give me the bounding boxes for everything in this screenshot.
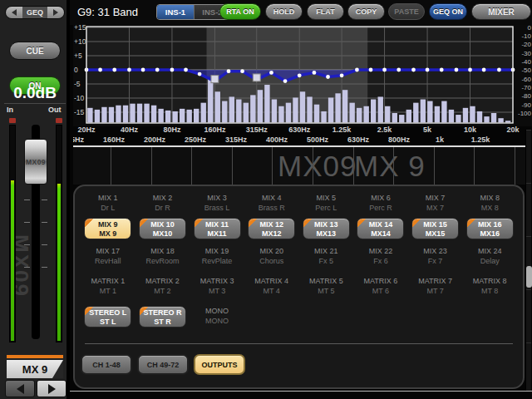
channel-select-stereo-r[interactable]: STEREO RST R (139, 306, 186, 328)
band-point[interactable] (326, 75, 330, 79)
channel-select-mix-13[interactable]: MIX 13MX13 (303, 218, 350, 239)
channel-name: Chorus (244, 256, 299, 266)
band-point[interactable] (397, 68, 401, 72)
vertical-scrollbar[interactable] (525, 130, 531, 391)
channel-id: MATRIX 3 (190, 276, 244, 286)
band-point[interactable] (269, 71, 273, 75)
band-point[interactable] (240, 69, 244, 73)
toolbar: G9: 31 Band INS-1 INS-2 RTA ON HOLD FLAT… (70, 0, 532, 25)
hold-button[interactable]: HOLD (265, 3, 303, 20)
band-point[interactable] (426, 68, 430, 72)
layer-tab-ch-49-72[interactable]: CH 49-72 (137, 354, 189, 375)
band-point[interactable] (298, 73, 302, 77)
band-point[interactable] (411, 68, 416, 72)
band-point[interactable] (141, 68, 145, 72)
geq-on-button[interactable]: GEQ ON (429, 3, 467, 20)
geq-next-arrow-button[interactable] (47, 7, 64, 18)
channel-name: MT 7 (408, 286, 463, 296)
band-point[interactable] (497, 68, 501, 72)
band-fader-area[interactable]: MX09 MX 9 (73, 147, 530, 185)
channel-select-mix-15[interactable]: MIX 15MX15 (411, 218, 459, 239)
channel-label: MX 9 (85, 229, 131, 239)
flat-button[interactable]: FLAT (307, 3, 344, 20)
layer-tab-ch-1-48[interactable]: CH 1-48 (81, 354, 132, 375)
channel-label: MX16 (467, 229, 513, 239)
channel-select-mix-11[interactable]: MIX 11MX11 (194, 218, 241, 239)
band-point[interactable] (482, 68, 486, 72)
fader-scale-ticks-right (42, 200, 47, 276)
freq-tick-label: 80Hz (163, 126, 180, 134)
band-point[interactable] (455, 68, 459, 72)
paste-button[interactable]: PASTE (388, 3, 425, 20)
band-zoom-tick-label: 315Hz (225, 135, 247, 144)
cue-button[interactable]: CUE (9, 42, 61, 60)
band-point[interactable] (127, 68, 131, 72)
freq-tick-label: 630Hz (288, 126, 310, 134)
channel-name: MT 1 (81, 286, 135, 296)
channel-name: Dr R (135, 203, 190, 213)
rta-bar (116, 106, 121, 123)
channel-name: Dr L (81, 203, 135, 213)
geq-prev-arrow-button[interactable] (6, 7, 22, 18)
channel-select-mix-9[interactable]: MIX 9MX 9 (84, 218, 131, 239)
band-handle[interactable] (253, 74, 260, 81)
rta-bar (158, 109, 163, 123)
channel-label: ST L (85, 318, 131, 327)
rta-bar (385, 106, 390, 123)
rta-bar (144, 104, 149, 123)
geq-nav: GEQ (5, 6, 65, 19)
rta-bar (441, 101, 446, 123)
channel-select-mix-14[interactable]: MIX 14MX14 (357, 218, 404, 239)
band-point[interactable] (283, 79, 288, 83)
band-point[interactable] (98, 68, 102, 72)
channel-select-mix-10[interactable]: MIX 10MX10 (139, 218, 186, 239)
channel-name: MX 8 (462, 203, 517, 213)
band-point[interactable] (468, 68, 472, 72)
input-meter-fill (11, 180, 14, 341)
band-point[interactable] (170, 68, 175, 72)
channel-name: RevRoom (135, 256, 190, 266)
band-point[interactable] (313, 71, 317, 75)
channel-select-stereo-l[interactable]: STEREO LST L (84, 306, 131, 328)
band-point[interactable] (382, 68, 387, 72)
band-point[interactable] (440, 68, 444, 72)
rta-bar (222, 101, 227, 123)
copy-button[interactable]: COPY (347, 3, 385, 20)
scrollbar-thumb[interactable] (526, 266, 532, 288)
rta-bar (208, 79, 213, 123)
band-point[interactable] (198, 72, 202, 76)
panel-divider (85, 343, 513, 344)
freq-tick-label: 20Hz (77, 126, 95, 134)
band-point[interactable] (355, 68, 359, 72)
band-point[interactable] (340, 73, 344, 77)
channel-id: STEREO L (85, 308, 131, 318)
rta-bar (371, 100, 376, 123)
tab-ins-1[interactable]: INS-1 (157, 5, 194, 19)
band-point[interactable] (112, 68, 116, 72)
layer-tab-outputs[interactable]: OUTPUTS (194, 354, 245, 375)
rta-bar (484, 116, 489, 122)
rta-bar (399, 115, 404, 122)
band-handle[interactable] (211, 76, 219, 83)
channel-select-mix-16[interactable]: MIX 16MX16 (466, 218, 514, 239)
fader-cap[interactable]: MX09 (24, 139, 47, 185)
rta-bar (314, 105, 319, 123)
channel-label: MX11 (195, 229, 240, 239)
next-channel-button[interactable] (37, 380, 66, 397)
band-point[interactable] (227, 69, 231, 73)
geq-graph[interactable]: +15+10+50-5-10-150-10-20-30-40-50-60-70-… (73, 25, 532, 126)
band-point[interactable] (369, 68, 373, 72)
prev-channel-button[interactable] (5, 380, 35, 397)
channel-name: Fx 5 (299, 256, 354, 266)
mixer-button[interactable]: MIXER (471, 3, 531, 20)
band-point[interactable] (155, 68, 160, 72)
band-point[interactable] (184, 68, 188, 72)
channel-select-panel: MIX 1Dr LMIX 2Dr RMIX 3Brass LMIX 4Brass… (73, 185, 525, 389)
rta-on-button[interactable]: RTA ON (219, 3, 261, 20)
rta-bar (229, 96, 234, 122)
rta-bar (470, 106, 475, 123)
rta-bar (130, 104, 135, 123)
rta-bar (378, 96, 383, 122)
right-arrow-icon (48, 384, 56, 394)
channel-select-mix-12[interactable]: MIX 12MX12 (248, 218, 295, 239)
